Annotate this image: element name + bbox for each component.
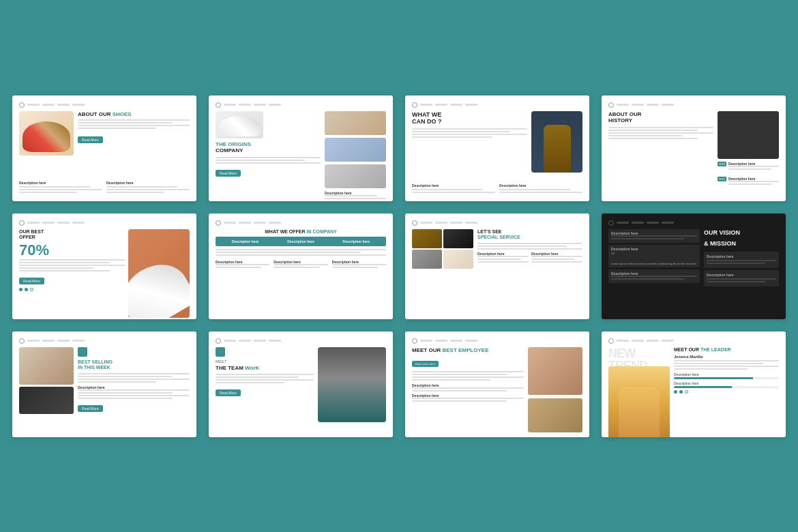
history-image — [718, 111, 779, 159]
search-icon — [412, 220, 417, 226]
leader-name: Jessica Marilla — [674, 355, 779, 359]
slide-origins-company: THE ORIGINSCOMPANY Read More Description… — [209, 95, 393, 201]
desc-item-1: Description here — [477, 252, 529, 264]
read-more-button[interactable]: Read more here — [412, 361, 439, 367]
nav-item — [632, 104, 644, 106]
search-icon — [608, 338, 614, 344]
slide-nav — [412, 102, 582, 108]
text-area: ABOUT OUR SHOES Read More — [78, 111, 190, 178]
search-icon — [216, 102, 221, 108]
nav-item — [42, 222, 55, 224]
slide-content: THE ORIGINSCOMPANY Read More Description… — [216, 111, 386, 201]
nav-item — [224, 222, 236, 224]
nav-item — [420, 340, 432, 342]
nav-item — [42, 340, 55, 342]
slide-title: WHAT WE OFFER IN COMPANY — [216, 229, 386, 234]
desc-item-1: Description here — [19, 181, 102, 194]
read-more-button[interactable]: Read More — [78, 405, 103, 412]
read-more-button[interactable]: Read More — [19, 278, 44, 284]
slide-title: THE TEAM WorK — [216, 365, 314, 372]
nav-item — [647, 340, 659, 342]
vision-desc-2: Description here — [704, 270, 779, 286]
nav-item — [57, 222, 70, 224]
nav-item — [254, 222, 266, 224]
nav-item — [465, 104, 477, 106]
slide-nav — [412, 338, 582, 344]
slide-what-we-offer: WHAT WE OFFER IN COMPANY Description her… — [209, 213, 393, 319]
shoe-image-tall — [19, 347, 74, 385]
nav-item — [224, 104, 236, 106]
nav-item — [435, 340, 447, 342]
tag-icon — [78, 347, 87, 357]
progress-bar-2 — [674, 386, 779, 388]
slide-title-2: & MISSION — [704, 240, 779, 248]
nav-item — [239, 104, 251, 106]
nav-item — [72, 222, 85, 224]
slide-title: BEST SELLINGIN THIS WEEK — [78, 359, 190, 371]
service-thumb-4 — [443, 250, 473, 269]
nav-item — [465, 340, 477, 342]
desc-block-2: Description here " Lorem ipsum dolor sit… — [608, 245, 700, 267]
nav-item — [450, 222, 462, 224]
left-col: Description here Description here " Lore… — [608, 229, 700, 312]
nav-item — [420, 222, 432, 224]
slide-nav — [216, 102, 386, 108]
shoe-image — [216, 111, 263, 138]
left-col — [19, 347, 74, 430]
slide-content: OUR BESTOFFER 70% Read More — [19, 229, 190, 318]
tag-icon — [216, 347, 225, 357]
right-col: MEET OUR THE LEADER Jessica Marilla Desc… — [674, 347, 779, 437]
read-more-button[interactable]: Read More — [216, 170, 241, 177]
right-col — [318, 347, 386, 430]
nav-item — [27, 222, 40, 224]
history-text: Description here — [728, 162, 779, 171]
slide-title: MEET OUR BEST EMPLOYEE — [412, 347, 524, 354]
desc-block-3: Description here — [608, 269, 700, 283]
read-more-button[interactable]: Read More — [78, 136, 103, 143]
history-item-2: 2021 Description here — [718, 177, 779, 186]
slide-the-leader: NEWTREND MEET OUR THE LEADER Jessica Mar… — [602, 331, 786, 437]
left-col: ABOUT OURHISTORY — [608, 111, 713, 194]
dots-indicator — [19, 288, 125, 291]
slide-content: MEET OUR BEST EMPLOYEE Read more here De… — [412, 347, 582, 432]
description — [216, 374, 314, 383]
slide-title: ABOUT OURHISTORY — [608, 111, 713, 124]
nav-item — [57, 104, 70, 106]
left-col: NEWTREND — [608, 347, 670, 437]
nav-item — [662, 222, 674, 224]
desc-item: Description here — [325, 191, 386, 201]
description — [78, 119, 190, 129]
slide-best-offer: OUR BESTOFFER 70% Read More — [12, 213, 196, 319]
service-thumb-2 — [443, 229, 473, 248]
percent-display: 70% — [19, 243, 125, 258]
search-icon — [608, 102, 614, 108]
description — [216, 157, 321, 164]
bottom-section: Description here Description here — [19, 181, 190, 194]
service-image-grid — [412, 229, 473, 269]
desc-item-2: Description here — [531, 252, 582, 264]
slide-nav — [608, 338, 779, 344]
slide-content: LET'S SEESPECIAL SERVICE Description her… — [412, 229, 582, 312]
right-col: LET'S SEESPECIAL SERVICE Description her… — [477, 229, 582, 312]
nav-item — [617, 340, 629, 342]
slide-nav — [412, 220, 582, 226]
read-more-button[interactable]: Read More — [216, 389, 241, 396]
employee-image-main — [528, 347, 582, 395]
shoe-image — [19, 111, 74, 156]
nav-item — [647, 104, 659, 106]
slide-nav — [19, 102, 190, 108]
nav-item — [224, 340, 236, 342]
nav-item — [72, 340, 85, 342]
description — [412, 371, 524, 381]
desc-item-2: Description here — [106, 181, 190, 194]
nav-item — [42, 104, 55, 106]
desc-item-2: Description here — [499, 183, 582, 194]
right-col: Description here Description here — [325, 111, 386, 201]
search-icon — [216, 338, 221, 344]
slide-about-history: ABOUT OURHISTORY 2020 Description here — [602, 95, 786, 201]
search-icon — [608, 220, 614, 226]
slide-title: ABOUT OUR SHOES — [78, 111, 190, 118]
nav-item — [632, 222, 644, 224]
description — [78, 373, 190, 383]
product-image — [128, 229, 190, 318]
